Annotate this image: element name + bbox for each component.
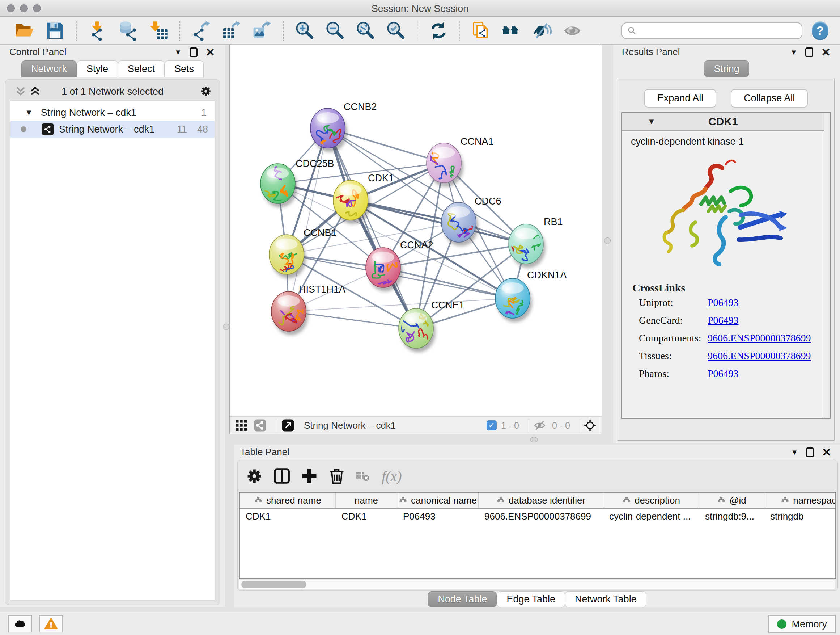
network-options-gear-icon[interactable]: [199, 85, 212, 98]
table-row[interactable]: CDK1CDK1P064939606.ENSP00000378699cyclin…: [240, 509, 835, 524]
collapse-panel-icon[interactable]: ▼: [174, 48, 182, 57]
export-network-icon[interactable]: [191, 21, 211, 41]
collapse-table-icon[interactable]: ▼: [791, 448, 798, 456]
crosslink-link[interactable]: P06493: [707, 368, 739, 379]
table-options-gear-icon[interactable]: [245, 467, 264, 486]
network-node-CCNB2[interactable]: CCNB2: [310, 101, 377, 152]
table-cell[interactable]: stringdb: [764, 511, 836, 522]
expand-all-button[interactable]: Expand All: [644, 89, 717, 108]
tab-network[interactable]: Network: [21, 60, 77, 77]
zoom-out-icon[interactable]: [325, 21, 345, 41]
right-splitter-handle[interactable]: [604, 238, 611, 244]
network-node-CDK1[interactable]: CDK1: [329, 173, 394, 226]
network-node-HIST1H1A[interactable]: HIST1H1A: [271, 284, 346, 335]
table-horizontal-scrollbar[interactable]: [239, 580, 835, 589]
detach-view-icon[interactable]: [281, 419, 294, 432]
home-species-icon[interactable]: [501, 21, 522, 41]
network-node-CDC6[interactable]: CDC6: [441, 196, 501, 246]
collapse-results-icon[interactable]: ▼: [790, 48, 797, 57]
column-header-namespace[interactable]: namespace: [764, 493, 836, 508]
table-cell[interactable]: 9606.ENSP00000378699: [478, 511, 603, 522]
network-node-RB1[interactable]: RB1: [508, 217, 563, 268]
string-import-icon[interactable]: [471, 21, 491, 41]
close-results-icon[interactable]: ✕: [821, 47, 831, 58]
network-thumbnail-icon[interactable]: [254, 419, 267, 432]
cloud-status-button[interactable]: [8, 615, 32, 632]
left-splitter-handle[interactable]: [223, 324, 229, 330]
tab-network-table[interactable]: Network Table: [565, 591, 646, 608]
tab-string-results[interactable]: String: [704, 60, 749, 77]
network-view[interactable]: CCNB2CCNA1CDC25BCDK1CDC6RB1CCNB1CCNA2CDK…: [229, 44, 602, 434]
import-network-from-database-icon[interactable]: [118, 21, 138, 41]
crosslink-link[interactable]: 9606.ENSP00000378699: [707, 350, 811, 362]
scrollbar-thumb[interactable]: [241, 581, 306, 588]
network-collection-row[interactable]: ▼ String Network – cdk1 1: [11, 104, 215, 121]
float-table-icon[interactable]: [806, 448, 814, 457]
bottom-splitter-handle[interactable]: [530, 437, 538, 442]
create-column-icon[interactable]: [300, 467, 319, 486]
collapse-all-button[interactable]: Collapse All: [731, 89, 808, 108]
table-cell[interactable]: cyclin-dependent ...: [603, 511, 699, 522]
birds-eye-view-icon[interactable]: [584, 419, 597, 432]
export-table-icon[interactable]: [221, 21, 242, 41]
table-cell[interactable]: CDK1: [240, 511, 336, 522]
zoom-fit-content-icon[interactable]: [355, 21, 376, 41]
crosslink-link[interactable]: P06493: [707, 297, 739, 309]
delete-column-icon[interactable]: [327, 467, 346, 486]
tab-sets[interactable]: Sets: [164, 60, 204, 77]
warnings-button[interactable]: [39, 615, 63, 632]
network-node-CCNB1[interactable]: CCNB1: [269, 227, 337, 279]
network-row[interactable]: String Network – cdk1 11 48: [11, 121, 215, 138]
close-panel-icon[interactable]: ✕: [205, 47, 215, 58]
close-table-icon[interactable]: ✕: [822, 447, 831, 458]
hide-eye-icon[interactable]: [532, 21, 552, 41]
refresh-view-icon[interactable]: [428, 21, 448, 41]
crosslink-link[interactable]: P06493: [707, 315, 739, 326]
tab-node-table[interactable]: Node Table: [428, 591, 497, 608]
results-scrollbar[interactable]: [824, 113, 830, 418]
delete-table-icon[interactable]: [355, 468, 371, 484]
network-node-CDKN1A[interactable]: CDKN1A: [495, 270, 567, 322]
network-edge[interactable]: [328, 128, 416, 328]
collection-expand-icon[interactable]: ▼: [25, 108, 33, 117]
table-cell[interactable]: CDK1: [336, 511, 397, 522]
column-header-database-identifier[interactable]: database identifier: [478, 493, 603, 508]
crosslink-link[interactable]: 9606.ENSP00000378699: [707, 333, 811, 344]
export-image-icon[interactable]: [252, 21, 272, 41]
column-header-name[interactable]: name: [336, 493, 397, 508]
hidden-items-icon[interactable]: [533, 419, 546, 432]
grid-view-icon[interactable]: [235, 419, 248, 432]
help-icon[interactable]: ?: [812, 21, 829, 40]
open-session-icon[interactable]: [14, 21, 35, 41]
table-cell[interactable]: P06493: [397, 511, 478, 522]
control-panel: Control Panel ▼ ✕ NetworkStyleSelectSets…: [0, 44, 225, 607]
save-session-icon[interactable]: [45, 21, 65, 41]
zoom-in-icon[interactable]: [294, 21, 315, 41]
network-canvas[interactable]: CCNB2CCNA1CDC25BCDK1CDC6RB1CCNB1CCNA2CDK…: [230, 45, 602, 416]
gene-section-expand-icon[interactable]: ▼: [647, 117, 655, 126]
tab-select[interactable]: Select: [118, 60, 164, 77]
zoom-selected-icon[interactable]: [386, 21, 406, 41]
show-eye-icon[interactable]: [562, 21, 583, 41]
column-header-description[interactable]: description: [603, 493, 699, 508]
gene-section-header[interactable]: ▼ CDK1: [622, 113, 824, 131]
network-node-CDC25B[interactable]: CDC25B: [256, 158, 334, 207]
column-header-canonical-name[interactable]: canonical name: [397, 493, 478, 508]
table-cell[interactable]: stringdb:9...: [699, 511, 764, 522]
float-results-icon[interactable]: [805, 48, 813, 57]
search-input[interactable]: [638, 24, 797, 38]
network-node-CCNA1[interactable]: CCNA1: [420, 136, 494, 187]
memory-button[interactable]: Memory: [768, 615, 836, 633]
import-network-from-file-icon[interactable]: [88, 21, 108, 41]
tab-style[interactable]: Style: [77, 60, 118, 77]
tab-edge-table[interactable]: Edge Table: [497, 591, 565, 608]
function-builder-icon[interactable]: f(x): [382, 468, 402, 485]
float-panel-icon[interactable]: [189, 48, 197, 57]
network-node-CCNE1[interactable]: CCNE1: [399, 300, 464, 352]
selected-items-checkbox[interactable]: ✓: [486, 420, 497, 431]
import-table-from-file-icon[interactable]: [148, 21, 169, 41]
column-header-shared-name[interactable]: shared name: [240, 493, 336, 508]
show-columns-icon[interactable]: [272, 467, 291, 486]
column-header--id[interactable]: @id: [699, 493, 764, 508]
search-field[interactable]: [622, 22, 802, 39]
